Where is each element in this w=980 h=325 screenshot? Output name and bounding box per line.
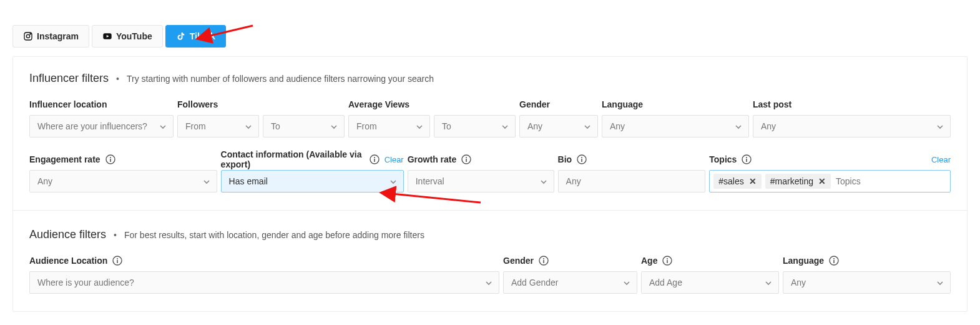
select-lastpost[interactable]: Any — [753, 115, 951, 138]
tiktok-icon — [176, 31, 186, 41]
label: Gender — [519, 99, 550, 109]
tab-instagram[interactable]: Instagram — [12, 25, 89, 48]
info-icon[interactable] — [662, 256, 672, 266]
select-audience-language[interactable]: Any — [783, 271, 951, 294]
topics-input[interactable] — [835, 171, 946, 192]
chevron-down-icon — [584, 122, 591, 130]
remove-token-icon[interactable]: ✕ — [818, 176, 826, 186]
chevron-down-icon — [735, 122, 742, 130]
section-title: Audience filters — [29, 228, 106, 241]
chevron-down-icon — [540, 178, 547, 185]
label: Age — [641, 256, 657, 266]
label: Bio — [558, 154, 572, 164]
placeholder: Any — [37, 176, 52, 186]
select-audience-age[interactable]: Add Age — [641, 271, 779, 294]
label: Language — [783, 256, 824, 266]
field-lastpost: Last post Any — [753, 99, 951, 138]
section-divider — [13, 210, 967, 211]
label: Engagement rate — [29, 154, 100, 164]
chevron-down-icon — [623, 279, 630, 286]
svg-point-18 — [746, 157, 747, 158]
chevron-down-icon — [416, 122, 423, 130]
field-gender: Gender Any — [519, 99, 598, 138]
info-icon[interactable] — [370, 154, 380, 164]
audience-section-header: Audience filters • For best results, sta… — [29, 228, 951, 241]
label: Growth rate — [408, 154, 457, 164]
field-audience-age: Age Add Age — [641, 255, 779, 294]
select-followers-from[interactable]: From — [177, 115, 259, 138]
field-audience-language: Language Any — [783, 255, 951, 294]
separator-dot: • — [114, 230, 117, 240]
audience-row-1: Audience Location Where is your audience… — [29, 255, 951, 294]
select-audience-location[interactable]: Where is your audience? — [29, 271, 499, 294]
select-gender[interactable]: Any — [519, 115, 598, 138]
label: Contact information (Available via expor… — [221, 149, 365, 169]
svg-rect-25 — [543, 260, 544, 263]
info-icon[interactable] — [461, 154, 471, 164]
placeholder: From — [185, 121, 206, 131]
remove-token-icon[interactable]: ✕ — [749, 176, 757, 186]
info-icon[interactable] — [105, 154, 115, 164]
info-icon[interactable] — [829, 256, 839, 266]
placeholder: To — [271, 121, 280, 131]
field-language: Language Any — [602, 99, 749, 138]
placeholder: Add Age — [649, 278, 682, 288]
svg-rect-10 — [374, 159, 375, 162]
select-avgviews-from[interactable]: From — [348, 115, 430, 138]
select-growth[interactable]: Interval — [408, 170, 554, 192]
label: Topics — [709, 154, 737, 164]
svg-point-12 — [466, 157, 467, 158]
field-influencer-location: Influencer location Where are your influ… — [29, 99, 174, 138]
info-icon[interactable] — [539, 256, 549, 266]
svg-point-15 — [581, 157, 582, 158]
placeholder: Interval — [416, 176, 444, 186]
tab-label: YouTube — [116, 31, 152, 41]
section-subtitle: Try starting with number of followers an… — [127, 74, 434, 84]
clear-link-topics[interactable]: Clear — [931, 155, 951, 164]
selected-value: Has email — [229, 176, 268, 186]
chevron-down-icon — [485, 279, 492, 286]
svg-point-2 — [30, 34, 31, 34]
select-influencer-location[interactable]: Where are your influencers? — [29, 115, 174, 138]
svg-point-6 — [110, 157, 111, 158]
placeholder: Any — [566, 176, 581, 186]
influencer-row-2: Engagement rate Any Contact information … — [29, 154, 951, 192]
label: Average Views — [348, 99, 409, 109]
label: Audience Location — [29, 256, 107, 266]
input-bio[interactable]: Any — [558, 170, 706, 192]
platform-tabs: Instagram YouTube Tiktok — [0, 0, 980, 48]
topics-token-input[interactable]: #sales ✕ #marketing ✕ — [709, 170, 951, 192]
placeholder: From — [356, 121, 377, 131]
svg-rect-28 — [667, 260, 669, 263]
svg-rect-19 — [747, 159, 748, 162]
select-followers-to[interactable]: To — [263, 115, 345, 138]
info-icon[interactable] — [112, 256, 122, 266]
svg-point-1 — [26, 34, 29, 38]
select-engagement[interactable]: Any — [29, 170, 217, 192]
chevron-down-icon — [330, 122, 338, 130]
field-topics: Topics Clear #sales ✕ #marketing ✕ — [709, 154, 951, 192]
field-bio: Bio Any — [558, 154, 706, 192]
info-icon[interactable] — [742, 154, 752, 164]
field-engagement: Engagement rate Any — [29, 154, 217, 192]
select-language[interactable]: Any — [602, 115, 749, 138]
info-icon[interactable] — [577, 154, 587, 164]
select-avgviews-to[interactable]: To — [434, 115, 516, 138]
youtube-icon — [102, 31, 112, 41]
label: Influencer location — [29, 99, 107, 109]
select-contact-info[interactable]: Has email — [221, 170, 404, 192]
select-audience-gender[interactable]: Add Gender — [503, 271, 637, 294]
tab-tiktok[interactable]: Tiktok — [165, 25, 226, 48]
placeholder: Any — [610, 121, 625, 131]
svg-point-24 — [543, 258, 544, 259]
chevron-down-icon — [245, 122, 252, 130]
label: Language — [602, 99, 643, 109]
section-title: Influencer filters — [29, 72, 109, 85]
clear-link-contact[interactable]: Clear — [385, 155, 404, 164]
svg-point-30 — [833, 258, 835, 259]
tab-youtube[interactable]: YouTube — [92, 25, 163, 48]
placeholder: Any — [761, 121, 776, 131]
field-audience-location: Audience Location Where is your audience… — [29, 255, 499, 294]
field-followers: Followers From To — [177, 99, 345, 138]
placeholder: Where are your influencers? — [37, 121, 147, 131]
